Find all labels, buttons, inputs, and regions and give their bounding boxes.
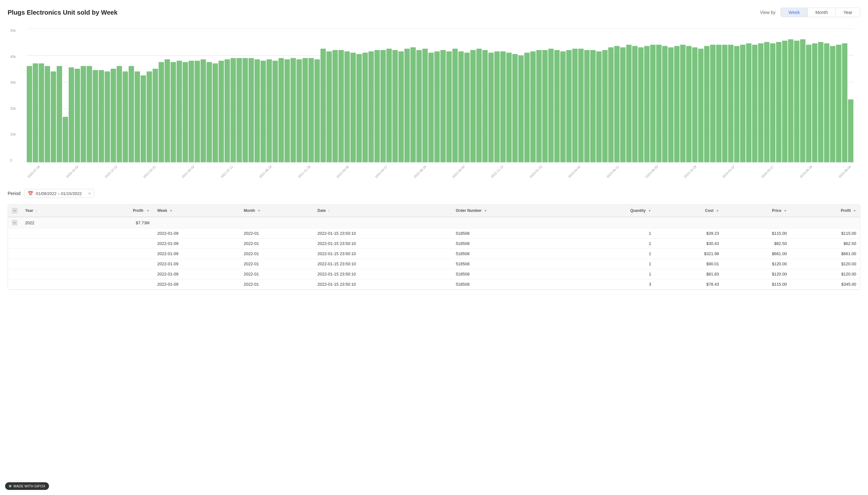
svg-rect-64 xyxy=(339,50,344,162)
row-profit: $345.00 xyxy=(791,279,860,290)
row-quantity: 1 xyxy=(569,239,655,249)
year-row-profitval xyxy=(791,217,860,228)
data-table: − Year ↕ Profit- ▼ Week ▼ Mo xyxy=(8,205,860,290)
svg-rect-136 xyxy=(770,43,776,162)
table-row: 2022-01-09 2022-01 2022-01-15 23:50:10 5… xyxy=(8,228,860,239)
col-cost[interactable]: Cost ▼ xyxy=(655,205,723,217)
col-collapse[interactable]: − xyxy=(8,205,21,217)
svg-rect-148 xyxy=(842,43,847,162)
col-month[interactable]: Month ▼ xyxy=(240,205,314,217)
y-label-10k: 10k xyxy=(10,132,16,136)
col-week[interactable]: Week ▼ xyxy=(153,205,240,217)
year-row-price xyxy=(723,217,791,228)
row-order-number: 518508 xyxy=(452,239,569,249)
svg-rect-19 xyxy=(69,67,74,162)
row-date: 2022-01-15 23:50:10 xyxy=(314,259,452,269)
row-price: $120.00 xyxy=(723,259,791,269)
row-order-number: 518508 xyxy=(452,249,569,259)
svg-rect-14 xyxy=(39,63,44,162)
view-by-week[interactable]: Week xyxy=(781,8,808,17)
svg-rect-31 xyxy=(141,75,146,162)
svg-rect-51 xyxy=(260,61,266,162)
view-by-month[interactable]: Month xyxy=(808,8,836,17)
svg-rect-133 xyxy=(752,45,758,162)
view-by-container: View by Week Month Year xyxy=(760,7,861,17)
col-date[interactable]: Date ↕ xyxy=(314,205,452,217)
row-collapse xyxy=(8,259,21,269)
sort-qty-icon: ▼ xyxy=(648,209,651,212)
svg-rect-107 xyxy=(596,51,602,162)
view-by-year[interactable]: Year xyxy=(836,8,860,17)
col-profit-minus[interactable]: Profit- ▼ xyxy=(80,205,153,217)
row-week: 2022-01-09 xyxy=(153,239,240,249)
collapse-year-btn[interactable]: − xyxy=(12,220,17,225)
svg-rect-122 xyxy=(686,46,692,162)
row-collapse xyxy=(8,279,21,290)
svg-rect-104 xyxy=(578,49,583,162)
col-profit[interactable]: Profit ▼ xyxy=(791,205,860,217)
period-input[interactable]: 📅 01/09/2022 – 01/15/2022 × xyxy=(24,189,94,198)
row-profit: $62.50 xyxy=(791,239,860,249)
row-price: $661.00 xyxy=(723,249,791,259)
svg-rect-146 xyxy=(830,46,836,162)
period-label: Period xyxy=(7,191,20,196)
row-month: 2022-01 xyxy=(240,259,314,269)
svg-rect-147 xyxy=(836,45,841,162)
page-title: Plugs Electronics Unit sold by Week xyxy=(7,9,117,16)
svg-rect-67 xyxy=(356,54,362,162)
col-order-number[interactable]: Order Number ▼ xyxy=(452,205,569,217)
row-collapse xyxy=(8,239,21,249)
svg-rect-46 xyxy=(231,58,236,162)
svg-rect-13 xyxy=(33,63,38,162)
year-row-cost xyxy=(655,217,723,228)
svg-rect-74 xyxy=(398,51,404,162)
svg-rect-41 xyxy=(201,59,206,162)
x-label: 2021-11-28 xyxy=(297,165,311,179)
svg-rect-69 xyxy=(369,51,374,162)
col-year[interactable]: Year ↕ xyxy=(21,205,80,217)
svg-rect-20 xyxy=(75,69,80,162)
row-profit-minus xyxy=(80,279,153,290)
row-cost: $30.43 xyxy=(655,239,723,249)
svg-rect-40 xyxy=(195,61,200,162)
svg-rect-73 xyxy=(392,50,398,162)
row-profit-minus xyxy=(80,228,153,239)
svg-rect-89 xyxy=(489,53,494,162)
svg-rect-141 xyxy=(800,39,805,162)
row-order-number: 518508 xyxy=(452,269,569,279)
svg-rect-53 xyxy=(272,61,278,162)
svg-rect-39 xyxy=(189,61,194,162)
row-quantity: 1 xyxy=(569,249,655,259)
row-quantity: 1 xyxy=(569,259,655,269)
sort-profit-icon: ▼ xyxy=(853,209,856,212)
row-profit: $120.00 xyxy=(791,269,860,279)
x-label: 2023-01-22 xyxy=(529,165,543,179)
table-header-row: − Year ↕ Profit- ▼ Week ▼ Mo xyxy=(8,205,860,217)
svg-rect-50 xyxy=(255,59,260,162)
svg-rect-66 xyxy=(350,53,356,162)
row-order-number: 518508 xyxy=(452,228,569,239)
svg-rect-116 xyxy=(650,45,656,162)
data-table-container: − Year ↕ Profit- ▼ Week ▼ Mo xyxy=(7,204,861,290)
row-profit: $115.00 xyxy=(791,228,860,239)
view-by-buttons: Week Month Year xyxy=(781,7,861,17)
collapse-all-btn[interactable]: − xyxy=(12,208,17,214)
col-price[interactable]: Price ▼ xyxy=(723,205,791,217)
year-row-collapse[interactable]: − xyxy=(8,217,21,228)
svg-rect-54 xyxy=(278,58,284,162)
period-clear-btn[interactable]: × xyxy=(88,191,91,196)
x-label: 2022-11-13 xyxy=(490,165,504,179)
x-label: 2023-04-02 xyxy=(567,165,581,179)
svg-rect-33 xyxy=(153,69,158,162)
svg-rect-57 xyxy=(296,59,302,162)
svg-rect-63 xyxy=(333,50,338,162)
bars-wrapper: 50k 40k 30k 20k 10k 0 2020-07-2620 xyxy=(27,29,854,162)
svg-rect-82 xyxy=(446,51,452,162)
x-label: 2021-05-02 xyxy=(181,165,195,179)
svg-rect-55 xyxy=(285,59,290,162)
svg-rect-138 xyxy=(782,41,787,162)
col-quantity[interactable]: Quantity ▼ xyxy=(569,205,655,217)
row-year xyxy=(21,228,80,239)
year-row-order xyxy=(452,217,569,228)
sort-year-icon: ↕ xyxy=(36,209,37,212)
